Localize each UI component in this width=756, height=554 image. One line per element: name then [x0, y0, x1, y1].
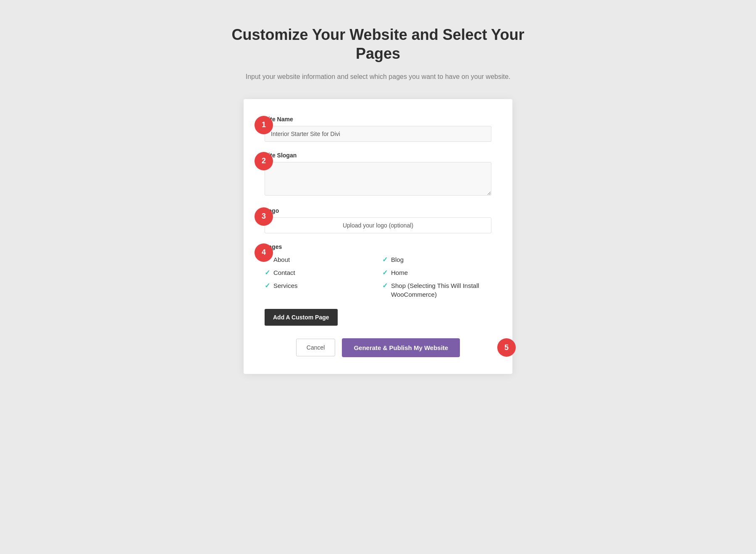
page-name: Services — [273, 281, 298, 290]
logo-label: Logo — [265, 207, 491, 214]
step-badge-2: 2 — [255, 152, 273, 170]
check-icon: ✓ — [265, 282, 270, 290]
generate-publish-button[interactable]: Generate & Publish My Website — [342, 338, 460, 357]
step-badge-5: 5 — [497, 338, 516, 357]
page-name: Home — [391, 268, 408, 277]
page-header: Customize Your Website and Select Your P… — [231, 25, 525, 82]
list-item[interactable]: ✓ Shop (Selecting This Will Install WooC… — [382, 281, 491, 299]
step-badge-3: 3 — [255, 207, 273, 226]
page-name: About — [273, 255, 290, 264]
site-name-group: 1 Site Name — [265, 116, 491, 142]
page-title: Customize Your Website and Select Your P… — [231, 25, 525, 63]
check-icon: ✓ — [382, 256, 388, 264]
form-card: 1 Site Name 2 Site Slogan 3 Logo Upload … — [244, 99, 512, 374]
site-slogan-textarea[interactable] — [265, 162, 491, 196]
check-icon: ✓ — [265, 269, 270, 277]
pages-grid: ✓ About ✓ Blog ✓ Contact ✓ Home ✓ Servic — [265, 255, 491, 299]
pages-label: Pages — [265, 243, 491, 250]
check-icon: ✓ — [382, 269, 388, 277]
site-slogan-label: Site Slogan — [265, 152, 491, 159]
list-item[interactable]: ✓ Contact — [265, 268, 374, 277]
step-badge-1: 1 — [255, 116, 273, 134]
page-name: Shop (Selecting This Will Install WooCom… — [391, 281, 491, 299]
page-name: Blog — [391, 255, 404, 264]
check-icon: ✓ — [382, 282, 388, 290]
step-badge-4: 4 — [255, 243, 273, 262]
list-item[interactable]: ✓ Home — [382, 268, 491, 277]
list-item[interactable]: ✓ Services — [265, 281, 374, 299]
page-name: Contact — [273, 268, 295, 277]
logo-group: 3 Logo Upload your logo (optional) — [265, 207, 491, 233]
site-name-label: Site Name — [265, 116, 491, 123]
add-custom-page-container: Add A Custom Page — [265, 309, 491, 338]
logo-upload-button[interactable]: Upload your logo (optional) — [265, 217, 491, 233]
site-name-input[interactable] — [265, 126, 491, 142]
page-subtitle: Input your website information and selec… — [231, 71, 525, 82]
form-actions: Cancel Generate & Publish My Website 5 — [265, 338, 491, 357]
site-slogan-group: 2 Site Slogan — [265, 152, 491, 197]
list-item[interactable]: ✓ Blog — [382, 255, 491, 264]
add-custom-page-button[interactable]: Add A Custom Page — [265, 309, 338, 326]
cancel-button[interactable]: Cancel — [296, 339, 336, 356]
pages-section: 4 Pages ✓ About ✓ Blog ✓ Contact ✓ Home — [265, 243, 491, 299]
list-item[interactable]: ✓ About — [265, 255, 374, 264]
